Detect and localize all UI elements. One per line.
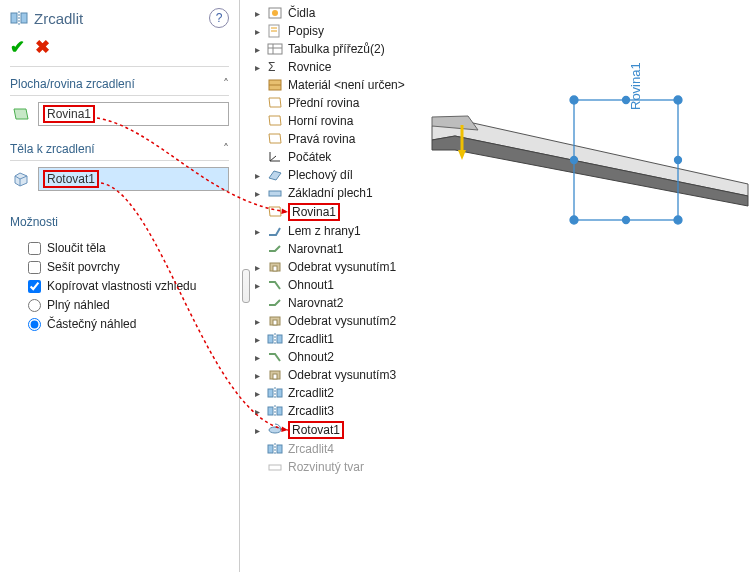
tree-item[interactable]: Horní rovina bbox=[252, 112, 442, 130]
tree-item[interactable]: Zrcadlit4 bbox=[252, 440, 442, 458]
tree-item[interactable]: Narovnat1 bbox=[252, 240, 442, 258]
svg-rect-36 bbox=[268, 407, 273, 415]
svg-point-5 bbox=[272, 10, 278, 16]
unfold-icon bbox=[266, 295, 284, 311]
expand-icon[interactable]: ▸ bbox=[252, 62, 262, 73]
cancel-button[interactable]: ✖ bbox=[35, 36, 50, 58]
ok-button[interactable]: ✔ bbox=[10, 36, 25, 58]
expand-icon[interactable]: ▸ bbox=[252, 262, 262, 273]
tree-item[interactable]: Přední rovina bbox=[252, 94, 442, 112]
tree-item[interactable]: ▸Lem z hrany1 bbox=[252, 222, 442, 240]
radio[interactable] bbox=[28, 299, 41, 312]
tree-item[interactable]: ▸Tabulka přířezů(2) bbox=[252, 40, 442, 58]
plane-icon bbox=[266, 131, 284, 147]
svg-rect-25 bbox=[273, 266, 277, 271]
tree-item-label: Přední rovina bbox=[288, 96, 359, 110]
tree-item[interactable]: ▸Odebrat vysunutím3 bbox=[252, 366, 442, 384]
section-options: Možnosti bbox=[10, 201, 229, 233]
svg-text:Σ: Σ bbox=[268, 60, 275, 74]
expand-icon[interactable]: ▸ bbox=[252, 170, 262, 181]
mirror-plane-input[interactable]: Rovina1 bbox=[38, 102, 229, 126]
tree-item-label: Odebrat vysunutím2 bbox=[288, 314, 396, 328]
checkbox[interactable] bbox=[28, 242, 41, 255]
expand-icon[interactable]: ▸ bbox=[252, 406, 262, 417]
svg-rect-37 bbox=[277, 407, 282, 415]
copy-appearance-checkbox[interactable]: Kopírovat vlastnosti vzhledu bbox=[28, 279, 229, 293]
tree-item[interactable]: Narovnat2 bbox=[252, 294, 442, 312]
tree-item[interactable]: ▸Čidla bbox=[252, 4, 442, 22]
tree-item-label: Zrcadlit3 bbox=[288, 404, 334, 418]
tree-item[interactable]: Rozvinutý tvar bbox=[252, 458, 442, 476]
svg-line-20 bbox=[270, 156, 276, 161]
tree-item[interactable]: ▸Zrcadlit2 bbox=[252, 384, 442, 402]
tree-item[interactable]: Materiál <není určen> bbox=[252, 76, 442, 94]
tree-item-label: Zrcadlit2 bbox=[288, 386, 334, 400]
expand-icon[interactable]: ▸ bbox=[252, 188, 262, 199]
tree-item[interactable]: ▸Odebrat vysunutím1 bbox=[252, 258, 442, 276]
tree-item[interactable]: ▸ΣRovnice bbox=[252, 58, 442, 76]
tree-item[interactable]: ▸Ohnout2 bbox=[252, 348, 442, 366]
svg-rect-32 bbox=[273, 374, 277, 379]
tree-item-label: Plechový díl bbox=[288, 168, 353, 182]
radio[interactable] bbox=[28, 318, 41, 331]
section-label: Plocha/rovina zrcadlení bbox=[10, 77, 135, 91]
expand-icon[interactable]: ▸ bbox=[252, 352, 262, 363]
sheetmetal-icon bbox=[266, 167, 284, 183]
tree-item[interactable]: ▸Ohnout1 bbox=[252, 276, 442, 294]
partial-preview-radio[interactable]: Částečný náhled bbox=[28, 317, 229, 331]
expand-icon[interactable]: ▸ bbox=[252, 388, 262, 399]
expand-icon[interactable]: ▸ bbox=[252, 280, 262, 291]
tree-item[interactable]: Rovina1 bbox=[252, 202, 442, 222]
checkbox[interactable] bbox=[28, 261, 41, 274]
expand-icon[interactable]: ▸ bbox=[252, 226, 262, 237]
tree-item-label: Rovina1 bbox=[288, 203, 340, 221]
tree-item-label: Narovnat1 bbox=[288, 242, 343, 256]
expand-icon[interactable]: ▸ bbox=[252, 316, 262, 327]
cutlist-icon bbox=[266, 41, 284, 57]
feature-tree[interactable]: ▸Čidla▸Popisy▸Tabulka přířezů(2)▸ΣRovnic… bbox=[252, 0, 442, 572]
full-preview-radio[interactable]: Plný náhled bbox=[28, 298, 229, 312]
tree-item[interactable]: ▸Základní plech1 bbox=[252, 184, 442, 202]
tree-item[interactable]: ▸Popisy bbox=[252, 22, 442, 40]
section-bodies[interactable]: Těla k zrcadlení ˄ bbox=[10, 136, 229, 161]
tree-item[interactable]: ▸Odebrat vysunutím2 bbox=[252, 312, 442, 330]
tree-item[interactable]: Počátek bbox=[252, 148, 442, 166]
extrudecut-icon bbox=[266, 259, 284, 275]
checkbox[interactable] bbox=[28, 280, 41, 293]
svg-point-39 bbox=[269, 427, 281, 433]
chevron-up-icon: ˄ bbox=[223, 77, 229, 91]
bodies-input[interactable]: Rotovat1 bbox=[38, 167, 229, 191]
tree-item-label: Lem z hrany1 bbox=[288, 224, 361, 238]
panel-resizer[interactable] bbox=[240, 0, 252, 572]
svg-marker-23 bbox=[269, 207, 281, 216]
baseflange-icon bbox=[266, 185, 284, 201]
svg-rect-27 bbox=[273, 320, 277, 325]
material-icon bbox=[266, 77, 284, 93]
origin-icon bbox=[266, 149, 284, 165]
expand-icon[interactable]: ▸ bbox=[252, 425, 262, 436]
tree-item[interactable]: Pravá rovina bbox=[252, 130, 442, 148]
expand-icon[interactable]: ▸ bbox=[252, 334, 262, 345]
help-icon[interactable]: ? bbox=[209, 8, 229, 28]
tree-item-label: Materiál <není určen> bbox=[288, 78, 405, 92]
tree-item-label: Základní plech1 bbox=[288, 186, 373, 200]
expand-icon[interactable]: ▸ bbox=[252, 44, 262, 55]
section-mirror-plane[interactable]: Plocha/rovina zrcadlení ˄ bbox=[10, 71, 229, 96]
knit-surfaces-checkbox[interactable]: Sešít povrchy bbox=[28, 260, 229, 274]
expand-icon[interactable]: ▸ bbox=[252, 370, 262, 381]
tree-item[interactable]: ▸Zrcadlit1 bbox=[252, 330, 442, 348]
tree-item[interactable]: ▸Plechový díl bbox=[252, 166, 442, 184]
expand-icon[interactable]: ▸ bbox=[252, 8, 262, 19]
merge-bodies-checkbox[interactable]: Sloučit těla bbox=[28, 241, 229, 255]
panel-titlebar: Zrcadlit ? bbox=[10, 8, 229, 28]
expand-icon[interactable]: ▸ bbox=[252, 26, 262, 37]
svg-rect-0 bbox=[11, 13, 17, 23]
tree-item[interactable]: ▸Zrcadlit3 bbox=[252, 402, 442, 420]
svg-marker-21 bbox=[269, 171, 281, 180]
bodies-field-row: Rotovat1 bbox=[10, 167, 229, 191]
tree-item-label: Narovnat2 bbox=[288, 296, 343, 310]
fold-icon bbox=[266, 349, 284, 365]
svg-rect-1 bbox=[21, 13, 27, 23]
edgeflange-icon bbox=[266, 223, 284, 239]
tree-item[interactable]: ▸Rotovat1 bbox=[252, 420, 442, 440]
